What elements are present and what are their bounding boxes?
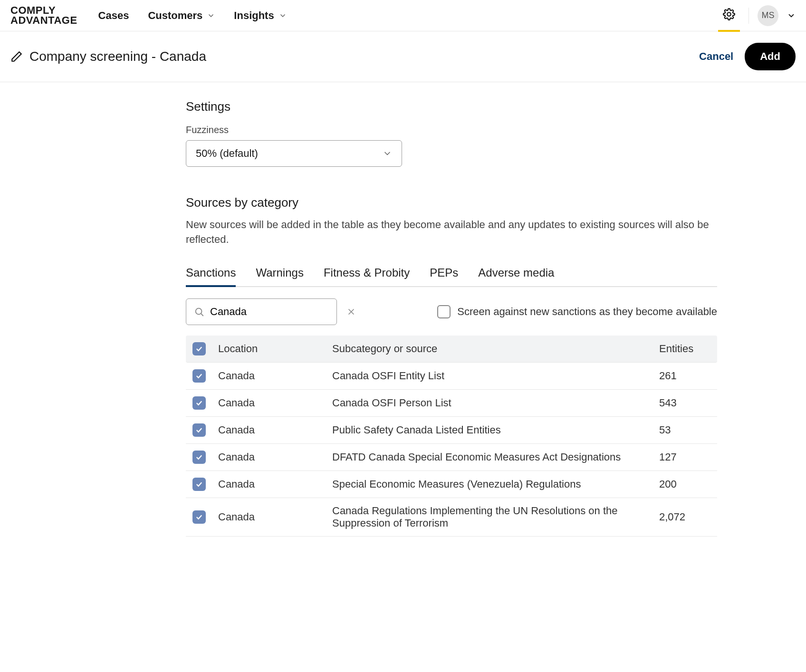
table-header-row: Location Subcategory or source Entities	[186, 336, 717, 363]
cancel-button[interactable]: Cancel	[699, 50, 733, 63]
search-input-wrap	[186, 298, 337, 325]
nav-cases-label: Cases	[98, 10, 129, 22]
avatar-initials: MS	[762, 10, 775, 20]
nav-customers[interactable]: Customers	[148, 10, 215, 22]
avatar[interactable]: MS	[758, 5, 778, 26]
pencil-icon[interactable]	[10, 50, 23, 63]
row-checkbox-cell	[186, 369, 214, 383]
row-source: Canada OSFI Person List	[328, 397, 655, 409]
row-entities: 543	[655, 397, 717, 409]
row-checkbox-cell	[186, 396, 214, 410]
row-checkbox[interactable]	[192, 451, 206, 464]
settings-heading: Settings	[186, 99, 717, 114]
row-location: Canada	[214, 511, 328, 523]
row-location: Canada	[214, 478, 328, 490]
row-entities: 200	[655, 478, 717, 490]
table-row: Canada Canada Regulations Implementing t…	[186, 498, 717, 537]
row-source: Public Safety Canada Listed Entities	[328, 424, 655, 436]
row-entities: 53	[655, 424, 717, 436]
row-checkbox-cell	[186, 451, 214, 464]
row-source: DFATD Canada Special Economic Measures A…	[328, 451, 655, 463]
row-checkbox[interactable]	[192, 423, 206, 437]
table-row: Canada Public Safety Canada Listed Entit…	[186, 417, 717, 444]
row-entities: 2,072	[655, 511, 717, 523]
header-checkbox-cell	[186, 342, 214, 355]
row-checkbox-cell	[186, 478, 214, 491]
fuzziness-select[interactable]: 50% (default)	[186, 140, 402, 167]
top-nav-right: MS	[718, 0, 796, 30]
sources-heading: Sources by category	[186, 195, 717, 210]
select-all-checkbox[interactable]	[192, 342, 206, 355]
screen-new-sources[interactable]: Screen against new sanctions as they bec…	[437, 305, 717, 318]
row-checkbox[interactable]	[192, 396, 206, 410]
row-source: Canada OSFI Entity List	[328, 370, 655, 382]
tab-sanctions[interactable]: Sanctions	[186, 261, 236, 286]
table-row: Canada Canada OSFI Entity List 261	[186, 363, 717, 390]
tab-adverse-media[interactable]: Adverse media	[478, 261, 554, 286]
tab-fitness-probity[interactable]: Fitness & Probity	[324, 261, 410, 286]
main: Settings Fuzziness 50% (default) Sources…	[77, 82, 729, 575]
row-checkbox-cell	[186, 510, 214, 524]
chevron-down-icon	[207, 12, 215, 19]
nav-links: Cases Customers Insights	[98, 10, 287, 22]
fuzziness-value: 50% (default)	[196, 147, 258, 160]
row-checkbox-cell	[186, 423, 214, 437]
active-indicator	[718, 30, 740, 32]
row-source: Canada Regulations Implementing the UN R…	[328, 505, 655, 529]
table-row: Canada Special Economic Measures (Venezu…	[186, 471, 717, 498]
search-icon	[194, 307, 204, 317]
sources-table: Location Subcategory or source Entities …	[186, 336, 717, 537]
sources-description: New sources will be added in the table a…	[186, 218, 717, 247]
top-nav: COMPLY ADVANTAGE Cases Customers Insight…	[0, 0, 806, 31]
row-checkbox[interactable]	[192, 478, 206, 491]
content: Settings Fuzziness 50% (default) Sources…	[186, 99, 717, 537]
top-nav-left: COMPLY ADVANTAGE Cases Customers Insight…	[10, 6, 287, 26]
nav-cases[interactable]: Cases	[98, 10, 129, 22]
table-body: Canada Canada OSFI Entity List 261 Canad…	[186, 363, 717, 537]
row-checkbox[interactable]	[192, 510, 206, 524]
tab-peps[interactable]: PEPs	[430, 261, 458, 286]
page-title: Company screening - Canada	[29, 49, 206, 64]
logo: COMPLY ADVANTAGE	[10, 6, 77, 26]
header-location: Location	[214, 343, 328, 355]
tabs: Sanctions Warnings Fitness & Probity PEP…	[186, 261, 717, 287]
settings-button[interactable]	[718, 0, 740, 30]
table-row: Canada DFATD Canada Special Economic Mea…	[186, 444, 717, 471]
chevron-down-icon	[383, 149, 392, 158]
header-source: Subcategory or source	[328, 343, 655, 355]
table-row: Canada Canada OSFI Person List 543	[186, 390, 717, 417]
row-location: Canada	[214, 451, 328, 463]
nav-customers-label: Customers	[148, 10, 202, 22]
screen-new-label: Screen against new sanctions as they bec…	[457, 306, 717, 318]
chevron-down-icon[interactable]	[787, 11, 796, 20]
row-location: Canada	[214, 370, 328, 382]
clear-search-icon[interactable]	[346, 307, 356, 317]
subheader-left: Company screening - Canada	[10, 49, 206, 64]
nav-insights[interactable]: Insights	[234, 10, 286, 22]
row-location: Canada	[214, 424, 328, 436]
toolbar: Screen against new sanctions as they bec…	[186, 298, 717, 325]
subheader-right: Cancel Add	[699, 43, 796, 70]
logo-line2: ADVANTAGE	[10, 16, 77, 26]
divider	[748, 8, 749, 24]
search-input[interactable]	[210, 306, 341, 318]
row-entities: 261	[655, 370, 717, 382]
chevron-down-icon	[279, 12, 287, 19]
row-entities: 127	[655, 451, 717, 463]
row-source: Special Economic Measures (Venezuela) Re…	[328, 478, 655, 490]
tab-warnings[interactable]: Warnings	[256, 261, 303, 286]
svg-point-0	[196, 308, 202, 314]
row-location: Canada	[214, 397, 328, 409]
gear-icon	[723, 8, 735, 20]
screen-new-checkbox[interactable]	[437, 305, 451, 318]
header-entities: Entities	[655, 343, 717, 355]
nav-insights-label: Insights	[234, 10, 274, 22]
fuzziness-label: Fuzziness	[186, 125, 717, 135]
subheader: Company screening - Canada Cancel Add	[0, 31, 806, 82]
row-checkbox[interactable]	[192, 369, 206, 383]
add-button[interactable]: Add	[745, 43, 796, 70]
